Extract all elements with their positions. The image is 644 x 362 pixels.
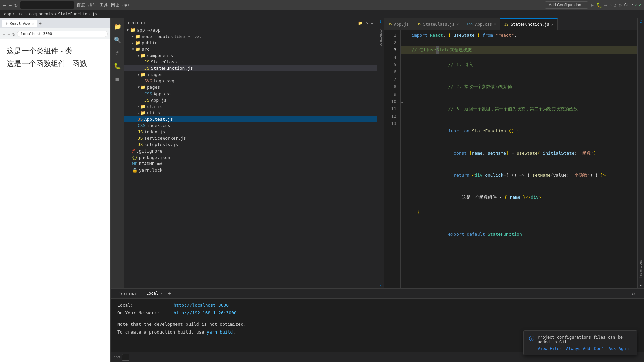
gitignore-item[interactable]: ☍ .gitignore — [124, 148, 377, 154]
new-file-icon[interactable]: + — [353, 21, 355, 25]
code-editor[interactable]: 12345678910111213 ⤓ — [384, 30, 637, 288]
menu-web[interactable]: 网址 — [111, 2, 119, 8]
appcss-item[interactable]: CSS App.css — [124, 90, 377, 97]
local-url[interactable]: http://localhost:3000 — [174, 303, 229, 308]
breadcrumb-app[interactable]: app — [4, 12, 11, 16]
add-terminal-btn[interactable]: + — [168, 290, 171, 297]
packagejson-icon: {} — [132, 155, 138, 160]
menu-baidu[interactable]: 百度 — [77, 2, 85, 8]
tab-appjs[interactable]: JS App.js — [384, 18, 413, 30]
browser-content: 这是一个类组件 - 类 这是一个函数组件 - 函数 — [0, 39, 110, 362]
images-chevron: ▼ — [138, 73, 140, 76]
new-tab-btn[interactable]: + — [39, 21, 41, 26]
pages-item[interactable]: ▼ 📁 pages — [124, 84, 377, 90]
collapse-gutter[interactable]: ⤓ — [401, 98, 404, 105]
static-item[interactable]: ► 📁 static — [124, 103, 377, 110]
packagejson-item[interactable]: {} package.json — [124, 154, 377, 161]
node-modules-item[interactable]: ► 📁 node_modules library root — [124, 33, 377, 40]
code-content[interactable]: import React, { useState } from "react";… — [408, 30, 637, 288]
code-line-12: export default StateFunction — [412, 223, 637, 245]
readme-item[interactable]: MD README.md — [124, 161, 377, 167]
menu-plugin[interactable]: 插件 — [88, 2, 96, 8]
terminal-tab-label[interactable]: Terminal — [115, 290, 142, 297]
breadcrumb-file[interactable]: StateFunction.js — [58, 12, 97, 16]
setuptests-item[interactable]: JS setupTests.js — [124, 141, 377, 148]
add-configuration-button[interactable]: Add Configuration... — [545, 1, 588, 9]
code-line-5: // 2. 接收一个参数做为初始值 — [412, 76, 637, 98]
settings-icon[interactable]: ⚙ — [619, 2, 621, 8]
view-files-btn[interactable]: View Files — [538, 346, 562, 351]
app-folder-label: app ~/app — [137, 27, 160, 33]
serviceworker-item[interactable]: JS serviceWorker.js — [124, 135, 377, 141]
forward-icon[interactable]: → — [7, 31, 10, 37]
network-url[interactable]: http://192.168.1.26:3000 — [174, 310, 237, 315]
terminal-settings-icon[interactable]: ⚙ — [632, 291, 634, 296]
debug-icon[interactable]: 🐛 — [596, 2, 602, 8]
appcss-tab-close[interactable]: ✕ — [494, 22, 496, 26]
statefunction-item[interactable]: JS StateFunction.js — [124, 65, 377, 71]
undo-icon[interactable]: ↺ — [614, 2, 616, 8]
extensions-icon[interactable]: ■ — [111, 73, 124, 85]
nav-refresh[interactable]: ↻ — [14, 2, 18, 8]
nav-back[interactable]: ← — [3, 2, 6, 8]
images-folder-icon: 📁 — [140, 72, 146, 77]
refresh-icon[interactable]: ↻ — [12, 31, 15, 37]
collapse-icon[interactable]: — — [371, 21, 373, 25]
tab-stateclass[interactable]: JS StateClass.js ✕ — [413, 18, 463, 30]
local-tab-close[interactable]: ✕ — [160, 292, 162, 295]
browser-tab[interactable]: ⚛ React App ✕ — [2, 20, 37, 27]
stateclass-tab-close[interactable]: ✕ — [457, 22, 459, 26]
tab-appcss[interactable]: CSS App.css ✕ — [463, 18, 500, 30]
browser-tab-title: React App — [10, 21, 30, 26]
indexcss-item[interactable]: CSS index.css — [124, 122, 377, 129]
statefunction-tab-close[interactable]: ✕ — [551, 23, 553, 26]
url-bar[interactable]: localhost:3000 — [20, 1, 74, 9]
pages-chevron: ▼ — [138, 85, 140, 89]
structure-label[interactable]: Structure — [377, 25, 384, 282]
favorites-star[interactable]: ★ — [638, 281, 644, 288]
browser-url-bar[interactable]: localhost:3000 — [17, 31, 108, 37]
git-icon[interactable]: ☍ — [111, 47, 124, 59]
always-add-btn[interactable]: Always Add — [566, 346, 590, 351]
local-label: Local: — [117, 301, 171, 309]
new-folder-icon[interactable]: 📁 — [358, 21, 363, 25]
components-item[interactable]: ▼ 📁 components — [124, 52, 377, 59]
explorer-icon[interactable]: 📁 — [111, 20, 124, 33]
yarnlock-item[interactable]: 🔒 yarn.lock — [124, 167, 377, 173]
local-tab[interactable]: Local ✕ — [142, 290, 166, 297]
favorites-number: 2 — [638, 18, 644, 25]
breadcrumb-src[interactable]: src — [16, 12, 24, 16]
appjs-item[interactable]: JS App.js — [124, 97, 377, 103]
src-item[interactable]: ▼ 📁 src — [124, 46, 377, 52]
step-icon[interactable]: ⇥ — [604, 2, 607, 8]
indexjs-item[interactable]: JS index.js — [124, 129, 377, 135]
nav-forward[interactable]: → — [9, 2, 12, 8]
logo-item[interactable]: SVG logo.svg — [124, 78, 377, 84]
browser-tab-close[interactable]: ✕ — [32, 21, 34, 26]
apptest-item[interactable]: JS App.test.js — [124, 116, 377, 122]
menu-api[interactable]: api — [122, 2, 130, 8]
utils-item[interactable]: ► 📁 utils — [124, 110, 377, 116]
search-icon[interactable]: 🔍 — [111, 34, 124, 46]
indexcss-icon: CSS — [138, 123, 145, 128]
dont-ask-btn[interactable]: Don't Ask Again — [594, 346, 631, 351]
terminal-minimize-icon[interactable]: − — [637, 291, 640, 296]
stateclass-item[interactable]: JS StateClass.js — [124, 59, 377, 65]
refresh-explorer-icon[interactable]: ↻ — [366, 21, 368, 25]
public-item[interactable]: ► 📁 public — [124, 40, 377, 46]
menu-tools[interactable]: 工具 — [100, 2, 108, 8]
step2-icon[interactable]: ⇨ — [609, 2, 611, 8]
back-icon[interactable]: ← — [3, 31, 5, 37]
run-button[interactable]: ▶ — [591, 2, 593, 8]
react-favicon: ⚛ — [5, 21, 8, 26]
app-folder[interactable]: ▼ 📁 app ~/app — [124, 27, 377, 33]
structure-number2: 2 — [377, 282, 384, 288]
images-item[interactable]: ▼ 📁 images — [124, 71, 377, 78]
git-check1: ✓ — [635, 3, 638, 7]
favorites-label[interactable]: Favorites — [638, 25, 644, 281]
npm-input[interactable] — [122, 354, 129, 361]
indexjs-icon: JS — [138, 129, 143, 134]
debug-sidebar-icon[interactable]: 🐛 — [111, 60, 124, 72]
breadcrumb-components[interactable]: components — [29, 12, 53, 16]
tab-statefunction[interactable]: JS StateFunction.js ✕ — [500, 18, 558, 30]
